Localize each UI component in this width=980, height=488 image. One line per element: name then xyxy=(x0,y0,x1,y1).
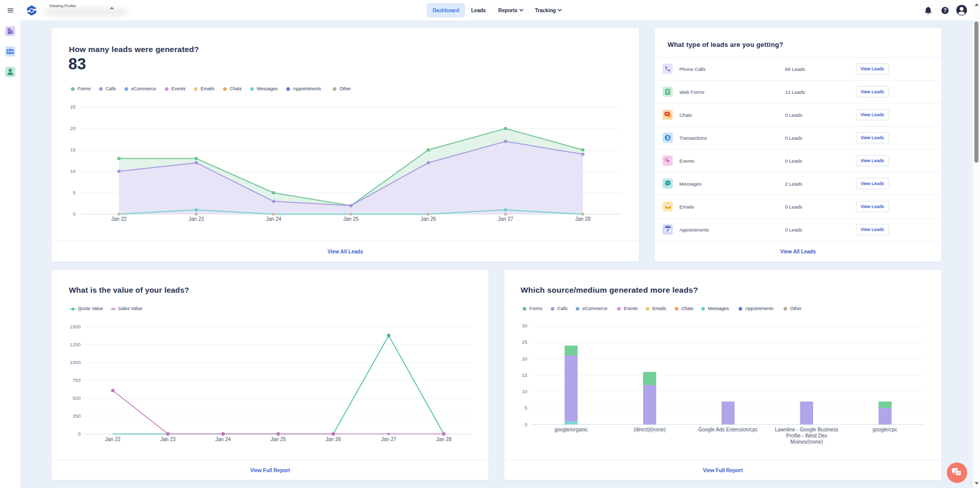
svg-text:Google Ads Extension/cpc: Google Ads Extension/cpc xyxy=(698,427,758,432)
svg-text:Jan 23: Jan 23 xyxy=(188,216,204,222)
svg-text:Moines/(none): Moines/(none) xyxy=(790,439,823,445)
svg-text:Lawnline - Google Business: Lawnline - Google Business xyxy=(775,427,838,432)
svg-text:750: 750 xyxy=(72,377,81,383)
svg-text:?: ? xyxy=(943,8,946,13)
svg-text:15: 15 xyxy=(70,147,76,152)
svg-text:Jan 26: Jan 26 xyxy=(326,436,341,442)
svg-text:20: 20 xyxy=(522,356,527,362)
svg-text:1250: 1250 xyxy=(70,342,81,347)
svg-text:1000: 1000 xyxy=(70,359,81,365)
svg-text:Jan 25: Jan 25 xyxy=(271,436,286,442)
svg-text:25: 25 xyxy=(70,104,76,110)
svg-text:Jan 27: Jan 27 xyxy=(498,216,513,222)
svg-text:$: $ xyxy=(667,135,669,140)
svg-text:(direct)/(none): (direct)/(none) xyxy=(633,427,666,432)
svg-text:Jan 26: Jan 26 xyxy=(421,216,436,222)
svg-text:5: 5 xyxy=(525,405,527,410)
svg-text:5: 5 xyxy=(73,190,76,195)
svg-text:Profile - West Des: Profile - West Des xyxy=(786,433,827,439)
svg-text:10: 10 xyxy=(70,168,76,174)
svg-text:Jan 27: Jan 27 xyxy=(381,436,396,442)
svg-text:Jan 24: Jan 24 xyxy=(266,216,281,222)
svg-text:Jan 28: Jan 28 xyxy=(436,436,451,442)
svg-text:25: 25 xyxy=(522,339,527,345)
svg-text:Jan 22: Jan 22 xyxy=(111,216,127,222)
svg-text:500: 500 xyxy=(72,395,81,401)
svg-text:Jan 22: Jan 22 xyxy=(105,436,120,442)
svg-text:0: 0 xyxy=(78,431,81,436)
svg-text:0: 0 xyxy=(525,422,527,427)
svg-text:0: 0 xyxy=(73,211,76,217)
svg-text:30: 30 xyxy=(522,323,527,328)
svg-text:20: 20 xyxy=(70,125,76,131)
svg-text:Jan 25: Jan 25 xyxy=(343,216,358,222)
svg-text:Jan 23: Jan 23 xyxy=(160,436,176,442)
svg-text:1500: 1500 xyxy=(70,324,81,329)
svg-text:250: 250 xyxy=(72,413,81,419)
svg-text:Jan 28: Jan 28 xyxy=(575,216,591,222)
svg-text:google/organic: google/organic xyxy=(554,427,588,432)
svg-text:google/cpc: google/cpc xyxy=(873,427,897,432)
svg-text:15: 15 xyxy=(522,372,527,378)
svg-text:Jan 24: Jan 24 xyxy=(215,436,231,442)
svg-text:10: 10 xyxy=(522,389,527,394)
